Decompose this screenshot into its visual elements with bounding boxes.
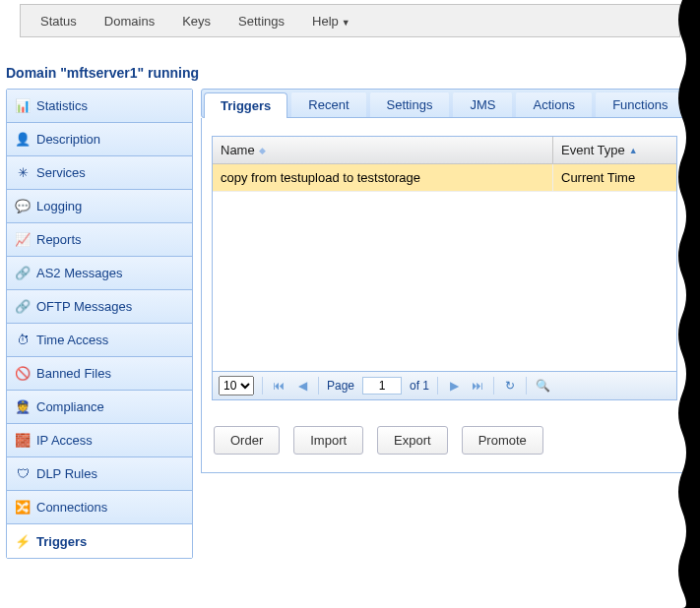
sidebar-item-label: OFTP Messages [36, 299, 132, 314]
separator [526, 377, 527, 395]
sidebar-item-label: Services [36, 165, 86, 180]
sidebar-item-dlp-rules[interactable]: 🛡DLP Rules [7, 457, 192, 491]
as2-messages-icon: 🔗 [15, 266, 31, 281]
grid-header: Name ◆ Event Type ▲ [213, 137, 676, 164]
sidebar-item-oftp-messages[interactable]: 🔗OFTP Messages [7, 290, 192, 324]
top-menu: StatusDomainsKeysSettingsHelp▼ [20, 4, 680, 37]
export-button[interactable]: Export [377, 426, 448, 455]
ip-access-icon: 🧱 [15, 433, 31, 449]
tab-triggers[interactable]: Triggers [204, 92, 287, 118]
tab-recent[interactable]: Recent [291, 91, 365, 117]
chevron-down-icon: ▼ [342, 18, 350, 28]
banned-files-icon: 🚫 [15, 366, 31, 382]
column-header-event-type-label: Event Type [561, 143, 625, 157]
sidebar-item-label: IP Access [36, 433, 93, 448]
sidebar-item-compliance[interactable]: 👮Compliance [7, 391, 192, 424]
tab-strip: TriggersRecentSettingsJMSActionsFunction… [201, 89, 696, 118]
triggers-grid: Name ◆ Event Type ▲ copy from testupload… [212, 136, 677, 400]
sidebar-item-label: Compliance [36, 399, 104, 414]
sidebar-item-label: Statistics [36, 98, 88, 113]
refresh-icon[interactable]: ↻ [502, 379, 518, 393]
sidebar-item-time-access[interactable]: ⏱Time Access [7, 324, 192, 357]
page-size-select[interactable]: 10 [219, 376, 254, 395]
time-access-icon: ⏱ [15, 333, 31, 348]
separator [493, 377, 494, 395]
cell-name: copy from testupload to teststorage [213, 164, 553, 191]
sidebar-item-triggers[interactable]: ⚡Triggers [7, 524, 192, 558]
sidebar-item-label: Reports [36, 232, 82, 247]
sort-icon: ◆ [259, 146, 266, 155]
reports-icon: 📈 [15, 232, 31, 248]
connections-icon: 🔀 [15, 500, 31, 516]
page-label: Page [327, 379, 354, 393]
sidebar-item-label: Description [36, 132, 100, 147]
compliance-icon: 👮 [15, 399, 31, 415]
page-input[interactable] [362, 377, 402, 395]
menu-item-keys[interactable]: Keys [168, 8, 224, 34]
sidebar-item-as2-messages[interactable]: 🔗AS2 Messages [7, 257, 192, 290]
oftp-messages-icon: 🔗 [15, 299, 31, 315]
promote-button[interactable]: Promote [462, 426, 543, 455]
sidebar-item-description[interactable]: 👤Description [7, 123, 192, 156]
menu-item-help[interactable]: Help▼ [298, 8, 364, 34]
sidebar: 📊Statistics👤Description✳Services💬Logging… [6, 89, 193, 559]
action-bar: OrderImportExportPromote [214, 426, 677, 455]
sidebar-item-label: DLP Rules [36, 466, 97, 481]
tab-jms[interactable]: JMS [453, 91, 512, 117]
next-page-icon[interactable]: ▶ [446, 379, 462, 393]
page-title: Domain "mftserver1" running [6, 65, 700, 81]
tab-functions[interactable]: Functions [596, 91, 684, 117]
grid-body: copy from testupload to teststorageCurre… [213, 164, 676, 371]
sort-asc-icon: ▲ [629, 146, 638, 155]
triggers-panel: Name ◆ Event Type ▲ copy from testupload… [201, 118, 696, 473]
statistics-icon: 📊 [15, 98, 31, 114]
sidebar-item-label: Time Access [36, 333, 108, 347]
import-button[interactable]: Import [293, 426, 363, 455]
sidebar-item-logging[interactable]: 💬Logging [7, 190, 192, 223]
sidebar-item-label: AS2 Messages [36, 266, 122, 280]
sidebar-item-label: Logging [36, 199, 82, 213]
search-icon[interactable]: 🔍 [535, 379, 550, 393]
sidebar-item-ip-access[interactable]: 🧱IP Access [7, 424, 192, 457]
tab-actions[interactable]: Actions [516, 91, 592, 117]
separator [437, 377, 438, 395]
first-page-icon[interactable]: ⏮ [271, 379, 286, 393]
last-page-icon[interactable]: ⏭ [470, 379, 485, 393]
cell-event-type: Current Time [553, 164, 676, 191]
sidebar-item-label: Connections [36, 500, 107, 515]
logging-icon: 💬 [15, 199, 31, 214]
sidebar-item-label: Triggers [36, 534, 87, 549]
column-header-event-type[interactable]: Event Type ▲ [553, 137, 676, 163]
sidebar-item-statistics[interactable]: 📊Statistics [7, 90, 192, 123]
table-row[interactable]: copy from testupload to teststorageCurre… [213, 164, 676, 192]
triggers-icon: ⚡ [15, 533, 31, 549]
menu-item-domains[interactable]: Domains [91, 8, 168, 34]
services-icon: ✳ [15, 165, 31, 181]
sidebar-item-services[interactable]: ✳Services [7, 156, 192, 190]
tab-settings[interactable]: Settings [370, 91, 450, 117]
dlp-rules-icon: 🛡 [15, 466, 31, 482]
sidebar-item-connections[interactable]: 🔀Connections [7, 491, 192, 524]
column-header-name[interactable]: Name ◆ [213, 137, 553, 163]
prev-page-icon[interactable]: ◀ [294, 379, 310, 393]
separator [262, 377, 263, 395]
separator [318, 377, 319, 395]
description-icon: 👤 [15, 132, 31, 148]
order-button[interactable]: Order [214, 426, 280, 455]
menu-item-status[interactable]: Status [27, 8, 91, 34]
sidebar-item-banned-files[interactable]: 🚫Banned Files [7, 357, 192, 391]
pager: 10 ⏮ ◀ Page of 1 ▶ ⏭ ↻ 🔍 [213, 371, 676, 399]
sidebar-item-reports[interactable]: 📈Reports [7, 223, 192, 257]
page-of-label: of 1 [410, 379, 429, 393]
column-header-name-label: Name [221, 143, 255, 157]
sidebar-item-label: Banned Files [36, 366, 111, 381]
menu-item-settings[interactable]: Settings [224, 8, 298, 34]
